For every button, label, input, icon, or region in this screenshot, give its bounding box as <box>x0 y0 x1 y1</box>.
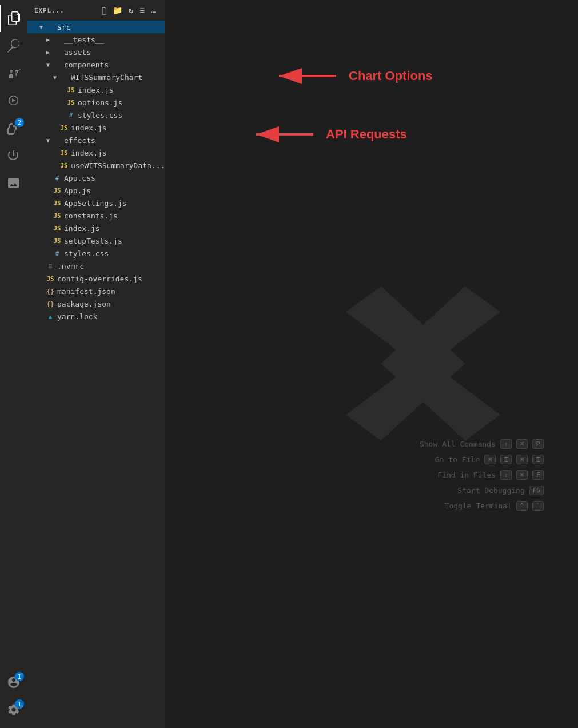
shortcut-label-show-all: Show All Commands <box>420 440 496 448</box>
chevron-down-icon: ▼ <box>50 73 59 82</box>
tree-item-usewits[interactable]: ▶ JS useWITSSummaryData... <box>27 159 165 172</box>
kbd-e1: E <box>500 455 512 464</box>
activity-search[interactable] <box>0 32 27 59</box>
new-file-icon[interactable]:  <box>100 5 109 16</box>
tree-label-assets: assets <box>64 48 91 57</box>
tree-item-manifest-json[interactable]: ▶ {} manifest.json <box>27 285 165 297</box>
tree-item-setuptests-js[interactable]: ▶ JS setupTests.js <box>27 234 165 247</box>
settings-badge: 1 <box>15 699 24 709</box>
tree-label-appsettings-js: AppSettings.js <box>64 199 127 208</box>
kbd-e2: E <box>532 455 544 464</box>
tree-item-options-js[interactable]: ▶ JS options.js <box>27 96 165 109</box>
folder-icon <box>53 60 62 69</box>
json-file-icon: {} <box>46 299 55 308</box>
collapse-icon[interactable]: ≡ <box>138 5 146 16</box>
shortcuts-panel: Show All Commands ⇧ ⌘ P Go to File ⌘ E ⌘… <box>420 439 544 511</box>
css-file-icon: # <box>53 249 62 258</box>
chevron-right-icon: ▶ <box>43 47 53 57</box>
more-icon[interactable]: … <box>149 5 158 16</box>
activity-accounts[interactable]: 1 <box>0 669 27 696</box>
tree-item-src[interactable]: ▼ src <box>27 21 165 33</box>
chevron-down-icon: ▼ <box>43 136 53 145</box>
tree-item-components[interactable]: ▼ components <box>27 58 165 71</box>
tree-item-assets[interactable]: ▶ assets <box>27 46 165 58</box>
kbd-cmd-e1: ⌘ <box>484 455 496 464</box>
shortcut-show-all-commands: Show All Commands ⇧ ⌘ P <box>420 439 544 449</box>
js-file-icon: JS <box>59 161 69 170</box>
tree-item-effects[interactable]: ▼ effects <box>27 134 165 146</box>
activity-extensions[interactable]: 2 <box>0 114 27 142</box>
js-file-icon: JS <box>53 211 62 220</box>
folder-icon <box>53 47 62 57</box>
js-file-icon: JS <box>53 236 62 245</box>
activity-settings[interactable]: 1 <box>0 696 27 723</box>
shortcut-label-go-to-file: Go to File <box>435 455 480 464</box>
yarn-file-icon: ▲ <box>46 312 55 321</box>
shortcut-label-find: Find in Files <box>437 471 496 479</box>
chart-arrow-icon <box>273 67 342 85</box>
tree-label-yarn-lock: yarn.lock <box>57 312 97 321</box>
tree-label-nvmrc: .nvmrc <box>57 262 84 270</box>
shortcut-go-to-file: Go to File ⌘ E ⌘ E <box>420 455 544 464</box>
chevron-right-icon: ▶ <box>43 35 53 44</box>
folder-icon <box>53 136 62 145</box>
tree-item-constants-js[interactable]: ▶ JS constants.js <box>27 209 165 222</box>
tree-label-index-js-comp: index.js <box>71 124 107 132</box>
kbd-shift: ⇧ <box>500 439 512 449</box>
activity-testing[interactable] <box>0 142 27 169</box>
activity-source-control[interactable] <box>0 59 27 87</box>
tree-item-index-js-1[interactable]: ▶ JS index.js <box>27 83 165 96</box>
tree-label-usewits: useWITSSummaryData... <box>71 161 165 170</box>
tree-label-manifest-json: manifest.json <box>57 287 115 296</box>
js-file-icon: JS <box>46 274 55 283</box>
sidebar-header-icons:  📁 ↻ ≡ … <box>100 5 158 16</box>
annotation-chart: Chart Options <box>273 67 433 85</box>
activity-debug[interactable] <box>0 87 27 114</box>
new-folder-icon[interactable]: 📁 <box>111 5 125 16</box>
tree-item-styles-css-src[interactable]: ▶ # styles.css <box>27 247 165 260</box>
activity-bar: 2 1 1 <box>0 0 27 728</box>
shortcut-find-in-files: Find in Files ⇧ ⌘ F <box>420 470 544 480</box>
tree-item-witssummarychart[interactable]: ▼ WITSSummaryChart <box>27 71 165 83</box>
activity-explorer[interactable] <box>0 5 27 32</box>
annotation-api: API Requests <box>250 126 407 143</box>
kbd-cmd-f: ⌘ <box>516 470 528 480</box>
tree-item-app-js[interactable]: ▶ JS App.js <box>27 184 165 197</box>
tree-item-nvmrc[interactable]: ▶ ≡ .nvmrc <box>27 260 165 272</box>
activity-remote[interactable] <box>0 169 27 197</box>
tree-label-app-css: App.css <box>64 174 95 182</box>
tree-label-components: components <box>64 61 109 69</box>
refresh-icon[interactable]: ↻ <box>127 5 135 16</box>
shortcut-label-terminal: Toggle Terminal <box>445 502 512 510</box>
tree-item-index-js-effects[interactable]: ▶ JS index.js <box>27 146 165 159</box>
tree-label-config-overrides: config-overrides.js <box>57 275 142 283</box>
tree-item-config-overrides[interactable]: ▶ JS config-overrides.js <box>27 272 165 285</box>
sidebar: EXPL...  📁 ↻ ≡ … ▼ src ▶ __tests__ ▶ as… <box>27 0 165 728</box>
tree-label-setuptests-js: setupTests.js <box>64 237 122 245</box>
tree-label-app-js: App.js <box>64 186 91 195</box>
tree-label-styles-css-src: styles.css <box>64 249 109 258</box>
js-file-icon: JS <box>53 224 62 233</box>
chevron-down-icon: ▼ <box>37 22 46 31</box>
tree-label-witssummarychart: WITSSummaryChart <box>71 73 142 82</box>
tree-item-styles-css-1[interactable]: ▶ # styles.css <box>27 109 165 121</box>
kbd-ctrl: ^ <box>516 501 528 511</box>
tree-item-index-js-comp[interactable]: ▶ JS index.js <box>27 121 165 134</box>
shortcut-toggle-terminal: Toggle Terminal ^ ` <box>420 501 544 511</box>
tree-item-package-json[interactable]: ▶ {} package.json <box>27 297 165 310</box>
js-file-icon: JS <box>53 186 62 195</box>
tree-item-yarn-lock[interactable]: ▶ ▲ yarn.lock <box>27 310 165 323</box>
js-file-icon: JS <box>59 148 69 157</box>
tree-item-appsettings-js[interactable]: ▶ JS AppSettings.js <box>27 197 165 209</box>
js-file-icon: JS <box>59 123 69 132</box>
api-annotation-text: API Requests <box>326 127 407 142</box>
tree-item-index-js-src[interactable]: ▶ JS index.js <box>27 222 165 234</box>
tree-item-app-css[interactable]: ▶ # App.css <box>27 172 165 184</box>
kbd-backtick: ` <box>532 501 544 511</box>
js-file-icon: JS <box>66 85 75 94</box>
js-file-icon: JS <box>53 198 62 208</box>
kbd-p: P <box>532 439 544 449</box>
css-file-icon: # <box>53 173 62 182</box>
tree-item-tests[interactable]: ▶ __tests__ <box>27 33 165 46</box>
accounts-badge: 1 <box>15 672 24 681</box>
